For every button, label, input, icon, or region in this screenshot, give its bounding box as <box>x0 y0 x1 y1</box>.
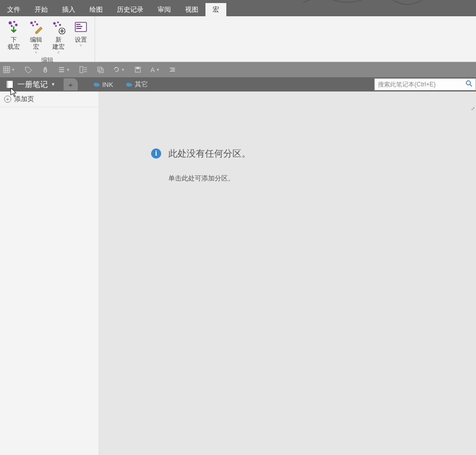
expand-handle[interactable]: ⤢ <box>471 106 475 111</box>
svg-point-4 <box>31 22 33 24</box>
save-icon <box>134 66 141 73</box>
settings-button[interactable]: 设置 ▼ <box>70 18 92 55</box>
pan-tool[interactable] <box>42 66 49 73</box>
menu-review[interactable]: 审阅 <box>151 3 178 16</box>
svg-point-26 <box>94 83 97 85</box>
tag-icon <box>24 66 33 73</box>
menu-insert[interactable]: 插入 <box>55 3 82 16</box>
chevron-down-icon: ▼ <box>79 43 83 48</box>
search-input[interactable] <box>375 81 463 88</box>
svg-rect-20 <box>99 69 103 73</box>
svg-rect-16 <box>76 28 81 29</box>
svg-point-1 <box>13 21 15 23</box>
menu-draw[interactable]: 绘图 <box>82 3 110 16</box>
empty-subtitle[interactable]: 单击此处可添加分区。 <box>168 174 251 183</box>
new-macro-button[interactable]: 新 建宏 ▼ <box>47 18 70 55</box>
edit-macro-label: 编辑 宏 <box>30 36 42 50</box>
tag-tool[interactable] <box>24 66 33 73</box>
search-icon[interactable] <box>463 80 475 88</box>
svg-point-0 <box>9 21 12 24</box>
svg-point-28 <box>127 83 130 85</box>
download-macro-label: 下 载宏 <box>8 36 20 50</box>
svg-rect-22 <box>136 67 139 69</box>
menu-macro[interactable]: 宏 <box>205 3 226 16</box>
ribbon-group-edit: 下 载宏 编辑 宏 ▼ 新 建宏 ▼ 设置 ▼ <box>0 16 95 62</box>
indent-icon <box>169 67 176 72</box>
link-tool[interactable] <box>97 66 104 73</box>
chevron-down-icon: ▼ <box>34 50 38 55</box>
table-tool[interactable]: ▼ <box>3 66 15 73</box>
chevron-down-icon: ▼ <box>56 50 61 55</box>
section-tab-ink[interactable]: INK <box>93 81 113 88</box>
svg-point-10 <box>59 24 61 26</box>
new-macro-icon <box>51 19 66 36</box>
notebook-selector[interactable]: 一册笔记 ▼ <box>0 77 61 92</box>
svg-rect-18 <box>80 67 83 73</box>
add-page-label: 添加页 <box>14 95 34 104</box>
download-macro-icon <box>6 19 21 36</box>
menu-start[interactable]: 开始 <box>27 3 55 16</box>
font-a-icon: A <box>151 66 155 74</box>
notebook-icon <box>5 80 14 89</box>
svg-rect-24 <box>7 81 8 88</box>
svg-rect-17 <box>4 67 10 73</box>
menu-history[interactable]: 历史记录 <box>110 3 151 16</box>
svg-point-8 <box>53 22 56 25</box>
empty-title: 此处没有任何分区。 <box>168 147 251 160</box>
info-icon: i <box>151 148 161 159</box>
ribbon: 下 载宏 编辑 宏 ▼ 新 建宏 ▼ 设置 ▼ <box>0 16 476 62</box>
refresh-icon <box>113 66 120 73</box>
cloud-icon <box>93 82 100 87</box>
refresh-tool[interactable]: ▼ <box>113 66 125 73</box>
svg-point-29 <box>466 81 470 85</box>
add-page-button[interactable]: + 添加页 <box>0 92 99 107</box>
svg-point-6 <box>36 23 38 25</box>
menu-file[interactable]: 文件 <box>0 3 27 16</box>
download-macro-button[interactable]: 下 载宏 <box>3 18 25 55</box>
cloud-icon <box>126 82 133 87</box>
quick-toolbar: ▼ ▼ ▼ A ▼ <box>0 62 476 77</box>
settings-label: 设置 <box>75 36 87 43</box>
section-tab-label: INK <box>102 81 113 88</box>
settings-icon <box>73 19 88 36</box>
svg-point-9 <box>57 21 59 23</box>
plus-circle-icon: + <box>4 96 11 103</box>
svg-point-3 <box>11 25 13 27</box>
list-icon <box>58 66 65 73</box>
main-canvas[interactable]: ⤢ i 此处没有任何分区。 单击此处可添加分区。 <box>99 92 476 455</box>
add-tab-button[interactable]: + <box>64 78 78 90</box>
ribbon-group-label: 编辑 <box>41 55 53 65</box>
plus-icon: + <box>69 80 73 89</box>
new-macro-label: 新 建宏 <box>52 36 65 50</box>
copy-icon <box>97 66 104 73</box>
title-bar <box>0 0 476 3</box>
svg-point-7 <box>32 24 34 26</box>
chevron-down-icon: ▼ <box>51 82 55 87</box>
empty-state: i 此处没有任何分区。 单击此处可添加分区。 <box>151 147 251 183</box>
svg-point-11 <box>55 25 57 27</box>
indent-tool[interactable] <box>169 67 176 72</box>
page-sidebar: + 添加页 <box>0 92 99 455</box>
svg-rect-15 <box>76 26 82 27</box>
font-tool[interactable]: A ▼ <box>151 66 160 74</box>
tab-bar: 一册笔记 ▼ + INK 其它 <box>0 77 476 92</box>
hand-icon <box>42 66 49 73</box>
svg-point-2 <box>15 24 18 26</box>
table-icon <box>3 66 10 73</box>
menu-view[interactable]: 视图 <box>178 3 205 16</box>
edit-macro-icon <box>28 19 44 36</box>
outline-tool[interactable]: ▼ <box>58 66 70 73</box>
save-tool[interactable] <box>134 66 141 73</box>
decorative-flourish <box>303 0 456 5</box>
svg-rect-19 <box>98 67 102 71</box>
svg-rect-14 <box>76 24 80 25</box>
formula-icon <box>79 66 87 73</box>
section-tab-label: 其它 <box>135 80 148 89</box>
calc-tool[interactable] <box>79 66 87 73</box>
edit-macro-button[interactable]: 编辑 宏 ▼ <box>25 18 47 55</box>
svg-point-5 <box>34 21 36 23</box>
section-tab-other[interactable]: 其它 <box>126 80 148 89</box>
content-area: + 添加页 ⤢ i 此处没有任何分区。 单击此处可添加分区。 <box>0 92 476 455</box>
search-box[interactable] <box>374 78 476 90</box>
notebook-name: 一册笔记 <box>17 80 48 89</box>
